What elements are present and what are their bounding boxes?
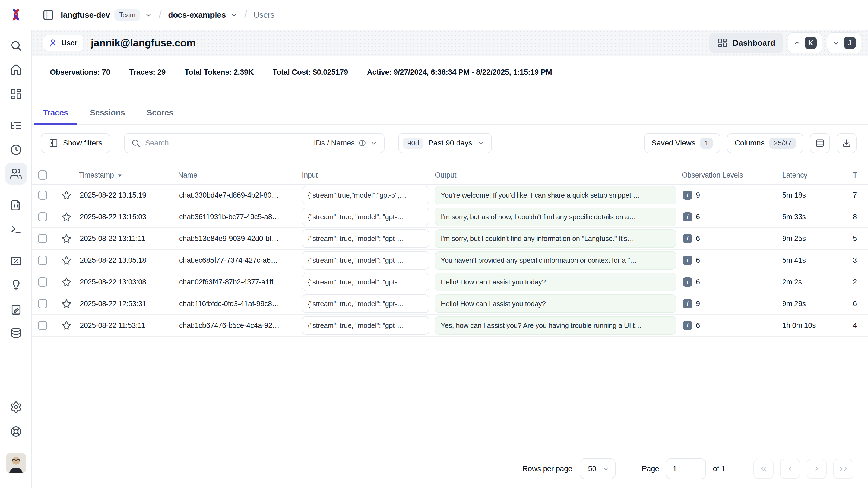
next-page-button[interactable] [807, 459, 827, 479]
row-checkbox[interactable] [38, 256, 47, 265]
input-chip[interactable]: {"stream": true, "model": "gpt-… [302, 273, 429, 291]
star-icon[interactable] [61, 255, 72, 266]
output-chip[interactable]: I'm sorry, but as of now, I couldn't fin… [435, 208, 676, 226]
star-icon[interactable] [61, 299, 72, 309]
output-chip[interactable]: Hello! How can I assist you today? [435, 273, 676, 291]
lifebuoy-icon [10, 425, 22, 438]
row-checkbox[interactable] [38, 212, 47, 221]
sidebar-item-dashboards[interactable] [5, 83, 27, 105]
tab-traces[interactable]: Traces [34, 108, 77, 124]
cell-clipped: 8 [847, 213, 868, 221]
stat-total-cost: Total Cost: $0.025179 [273, 68, 348, 77]
star-icon[interactable] [61, 277, 72, 287]
star-icon[interactable] [61, 190, 72, 200]
sidebar-item-sessions[interactable] [5, 139, 27, 161]
sidebar-item-playground[interactable] [5, 218, 27, 240]
row-checkbox[interactable] [38, 299, 47, 308]
sidebar-item-support[interactable] [5, 421, 27, 443]
prev-page-button[interactable] [780, 459, 800, 479]
sidebar [0, 0, 32, 488]
sidebar-item-scores[interactable] [5, 250, 27, 272]
saved-views-button[interactable]: Saved Views 1 [644, 133, 721, 153]
input-chip[interactable]: {"stream": true, "model": "gpt-… [302, 316, 429, 335]
entity-type-pill: User [43, 35, 83, 51]
date-range-button[interactable]: 90d Past 90 days [398, 133, 492, 153]
chevron-down-icon[interactable] [230, 11, 238, 19]
info-icon [359, 139, 366, 147]
column-header-latency[interactable]: Latency [782, 171, 847, 179]
cell-clipped: 3 [847, 256, 868, 265]
cell-observation-levels: i6 [682, 256, 782, 265]
sidebar-item-prompts[interactable] [5, 194, 27, 216]
cell-name: chat:330bd4e7-d869-4b2f-80… [178, 191, 302, 200]
show-filters-button[interactable]: Show filters [41, 133, 111, 153]
output-chip[interactable]: I'm sorry, but I couldn't find any infor… [435, 230, 676, 248]
breadcrumb-org[interactable]: langfuse-dev Team [61, 9, 152, 21]
sidebar-item-datasets[interactable] [5, 323, 27, 344]
sidebar-item-home[interactable] [5, 59, 27, 80]
star-icon[interactable] [61, 320, 72, 331]
row-checkbox[interactable] [38, 234, 47, 243]
row-checkbox[interactable] [38, 321, 47, 330]
export-button[interactable] [837, 133, 857, 153]
input-chip[interactable]: {"stream": true, "model": "gpt-… [302, 208, 429, 226]
breadcrumb-separator: / [244, 9, 247, 20]
sidebar-item-search[interactable] [5, 35, 27, 57]
sidebar-item-evaluators[interactable] [5, 274, 27, 296]
app: langfuse-dev Team / docs-examples / User… [0, 0, 868, 488]
table-row[interactable]: 2025-08-22 13:03:08 chat:02f63f47-87b2-4… [32, 271, 868, 293]
cell-name: chat:116fbfdc-0fd3-41af-99c8… [178, 300, 302, 308]
input-chip[interactable]: {"stream": true, "model": "gpt-… [302, 230, 429, 248]
breadcrumb-project[interactable]: docs-examples [168, 10, 238, 20]
table-row[interactable]: 2025-08-22 13:15:19 chat:330bd4e7-d869-4… [32, 185, 868, 206]
sidebar-item-users[interactable] [5, 163, 27, 185]
row-checkbox[interactable] [38, 277, 47, 286]
info-level-badge: i [683, 234, 692, 243]
last-page-button[interactable] [833, 459, 854, 479]
page-title: jannik@langfuse.com [91, 37, 196, 49]
star-icon[interactable] [61, 234, 72, 244]
pagination-bar: Rows per page 50 Page of 1 [32, 449, 868, 488]
input-chip[interactable]: {"stream": true, "model": "gpt-… [302, 251, 429, 270]
column-header-name[interactable]: Name [178, 171, 302, 179]
column-header-clipped[interactable]: T [847, 171, 868, 179]
next-item-button[interactable]: J [827, 32, 862, 54]
output-chip[interactable]: You’re welcome! If you’d like, I can sha… [435, 186, 676, 204]
chevron-down-icon[interactable] [145, 11, 152, 19]
column-header-timestamp[interactable]: Timestamp [79, 171, 178, 179]
table-row[interactable]: 2025-08-22 12:53:31 chat:116fbfdc-0fd3-4… [32, 293, 868, 315]
dashboard-button[interactable]: Dashboard [709, 33, 783, 53]
column-header-observation-levels[interactable]: Observation Levels [682, 171, 782, 179]
input-chip[interactable]: {"stream": true, "model": "gpt-… [302, 295, 429, 313]
output-chip[interactable]: You haven't provided any specific inform… [435, 251, 676, 270]
search-input[interactable]: Search... IDs / Names [124, 133, 384, 153]
sidebar-toggle-icon[interactable] [42, 9, 54, 21]
table-row[interactable]: 2025-08-22 13:15:03 chat:3611931b-bc77-4… [32, 206, 868, 228]
tab-sessions[interactable]: Sessions [81, 108, 133, 124]
columns-button[interactable]: Columns 25/37 [727, 133, 803, 153]
column-header-output[interactable]: Output [435, 171, 682, 179]
star-icon[interactable] [61, 212, 72, 222]
row-height-button[interactable] [810, 133, 830, 153]
table-row[interactable]: 2025-08-22 11:53:11 chat:1cb67476-b5ce-4… [32, 315, 868, 337]
table-row[interactable]: 2025-08-22 13:11:11 chat:513e84e9-9039-4… [32, 228, 868, 250]
sidebar-item-tracing[interactable] [5, 115, 27, 136]
column-header-input[interactable]: Input [302, 171, 435, 179]
user-avatar[interactable] [5, 452, 27, 474]
output-chip[interactable]: Yes, how can I assist you? Are you havin… [435, 316, 676, 335]
page-number-input[interactable] [666, 458, 706, 479]
search-scope-select[interactable]: IDs / Names [314, 139, 377, 147]
sidebar-item-settings[interactable] [5, 396, 27, 418]
sidebar-item-annotation[interactable] [5, 299, 27, 320]
row-checkbox[interactable] [38, 190, 47, 200]
select-all-checkbox[interactable] [38, 171, 47, 180]
table-row[interactable]: 2025-08-22 13:05:18 chat:ec685f77-7374-4… [32, 250, 868, 271]
dashboard-grid-icon [717, 38, 728, 48]
tab-scores[interactable]: Scores [138, 108, 182, 124]
rows-per-page-select[interactable]: 50 [580, 458, 616, 479]
input-chip[interactable]: {"stream":true,"model":"gpt-5",… [302, 186, 429, 204]
first-page-button[interactable] [753, 459, 774, 479]
prev-item-button[interactable]: K [788, 32, 823, 54]
output-chip[interactable]: Hello! How can I assist you today? [435, 295, 676, 313]
filter-panel-icon [49, 139, 58, 148]
